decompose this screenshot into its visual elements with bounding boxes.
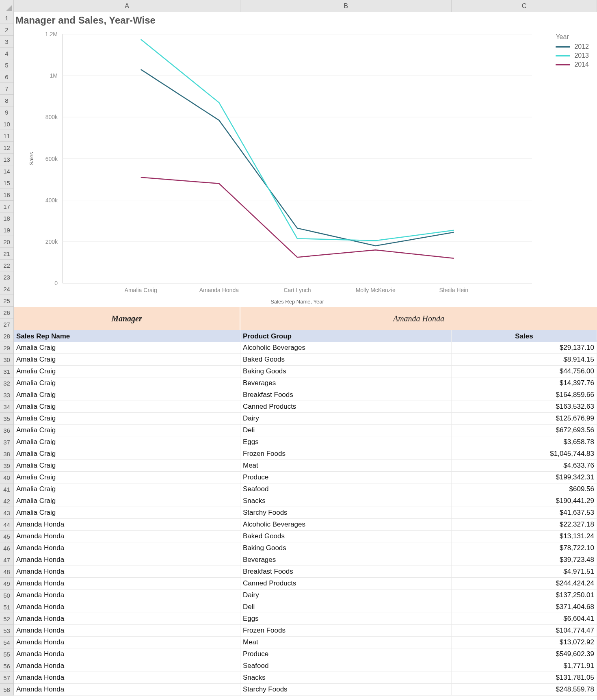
row-header-54[interactable]: 54 <box>0 637 13 648</box>
cell-rep-name[interactable]: Amalia Craig <box>14 507 240 518</box>
cell-product-group[interactable]: Eggs <box>240 613 452 624</box>
row-header-21[interactable]: 21 <box>0 248 13 260</box>
cell-sales[interactable]: $104,774.47 <box>452 625 597 636</box>
table-row[interactable]: Amanda HondaBeverages$39,723.48 <box>14 554 597 566</box>
cell-product-group[interactable]: Meat <box>240 637 452 648</box>
table-row[interactable]: Amalia CraigDeli$672,693.56 <box>14 425 597 436</box>
cell-sales[interactable]: $78,722.10 <box>452 542 597 554</box>
row-header-58[interactable]: 58 <box>0 684 13 696</box>
cell-product-group[interactable]: Baked Goods <box>240 531 452 542</box>
table-row[interactable]: Amalia CraigSeafood$609.56 <box>14 483 597 495</box>
cell-rep-name[interactable]: Amalia Craig <box>14 460 240 471</box>
row-header-29[interactable]: 29 <box>0 342 13 354</box>
cell-rep-name[interactable]: Amanda Honda <box>14 625 240 636</box>
table-row[interactable]: Amanda HondaAlcoholic Beverages$22,327.1… <box>14 519 597 531</box>
cell-product-group[interactable]: Starchy Foods <box>240 684 452 695</box>
cell-sales[interactable]: $3,658.78 <box>452 436 597 448</box>
cell-product-group[interactable]: Deli <box>240 425 452 436</box>
cell-rep-name[interactable]: Amalia Craig <box>14 377 240 389</box>
cell-product-group[interactable]: Snacks <box>240 495 452 507</box>
row-header-42[interactable]: 42 <box>0 495 13 507</box>
row-header-35[interactable]: 35 <box>0 413 13 425</box>
cell-rep-name[interactable]: Amanda Honda <box>14 542 240 554</box>
row-header-2[interactable]: 2 <box>0 24 13 36</box>
row-header-3[interactable]: 3 <box>0 36 13 48</box>
legend-item-2014[interactable]: 2014 <box>556 61 589 68</box>
row-header-41[interactable]: 41 <box>0 483 13 495</box>
table-header-sales[interactable]: Sales <box>452 330 597 342</box>
row-header-22[interactable]: 22 <box>0 260 13 271</box>
cell-rep-name[interactable]: Amanda Honda <box>14 531 240 542</box>
table-row[interactable]: Amalia CraigDairy$125,676.99 <box>14 413 597 425</box>
cell-rep-name[interactable]: Amalia Craig <box>14 483 240 495</box>
cell-rep-name[interactable]: Amanda Honda <box>14 672 240 683</box>
legend-item-2012[interactable]: 2012 <box>556 43 589 50</box>
row-header-53[interactable]: 53 <box>0 625 13 637</box>
cell-product-group[interactable]: Frozen Foods <box>240 448 452 459</box>
row-header-23[interactable]: 23 <box>0 271 13 283</box>
cell-product-group[interactable]: Canned Products <box>240 578 452 589</box>
cell-rep-name[interactable]: Amanda Honda <box>14 554 240 566</box>
table-row[interactable]: Amanda HondaDeli$371,404.68 <box>14 601 597 613</box>
row-header-16[interactable]: 16 <box>0 189 13 201</box>
manager-value-cell[interactable]: Amanda Honda <box>240 307 597 330</box>
cell-product-group[interactable]: Produce <box>240 472 452 483</box>
cell-rep-name[interactable]: Amalia Craig <box>14 354 240 365</box>
row-header-57[interactable]: 57 <box>0 672 13 684</box>
cell-product-group[interactable]: Breakfast Foods <box>240 566 452 577</box>
row-header-6[interactable]: 6 <box>0 71 13 83</box>
table-row[interactable]: Amalia CraigMeat$4,633.76 <box>14 460 597 472</box>
cell-sales[interactable]: $244,424.24 <box>452 578 597 589</box>
row-header-20[interactable]: 20 <box>0 236 13 248</box>
cell-sales[interactable]: $1,771.91 <box>452 660 597 672</box>
table-row[interactable]: Amalia CraigFrozen Foods$1,045,744.83 <box>14 448 597 460</box>
table-row[interactable]: Amalia CraigProduce$199,342.31 <box>14 472 597 483</box>
col-header-a[interactable]: A <box>14 0 240 12</box>
cell-sales[interactable]: $4,633.76 <box>452 460 597 471</box>
cell-product-group[interactable]: Beverages <box>240 554 452 566</box>
col-header-c[interactable]: C <box>452 0 597 12</box>
row-header-10[interactable]: 10 <box>0 118 13 130</box>
table-row[interactable]: Amalia CraigSnacks$190,441.29 <box>14 495 597 507</box>
row-header-31[interactable]: 31 <box>0 366 13 377</box>
row-header-47[interactable]: 47 <box>0 554 13 566</box>
table-row[interactable]: Amanda HondaBreakfast Foods$4,971.51 <box>14 566 597 578</box>
row-header-13[interactable]: 13 <box>0 154 13 165</box>
row-header-45[interactable]: 45 <box>0 531 13 542</box>
cell-product-group[interactable]: Produce <box>240 648 452 660</box>
row-header-25[interactable]: 25 <box>0 295 13 307</box>
cell-sales[interactable]: $248,559.78 <box>452 684 597 695</box>
table-row[interactable]: Amalia CraigAlcoholic Beverages$29,137.1… <box>14 342 597 354</box>
row-header-50[interactable]: 50 <box>0 589 13 601</box>
cell-rep-name[interactable]: Amanda Honda <box>14 601 240 613</box>
table-row[interactable]: Amanda HondaSeafood$1,771.91 <box>14 660 597 672</box>
table-row[interactable]: Amanda HondaSnacks$131,781.05 <box>14 672 597 684</box>
row-header-5[interactable]: 5 <box>0 59 13 71</box>
row-header-51[interactable]: 51 <box>0 601 13 613</box>
cell-sales[interactable]: $163,532.63 <box>452 401 597 412</box>
cell-rep-name[interactable]: Amalia Craig <box>14 495 240 507</box>
cell-rep-name[interactable]: Amalia Craig <box>14 436 240 448</box>
cell-rep-name[interactable]: Amalia Craig <box>14 401 240 412</box>
cell-sales[interactable]: $609.56 <box>452 483 597 495</box>
cell-sales[interactable]: $199,342.31 <box>452 472 597 483</box>
cell-sales[interactable]: $1,045,744.83 <box>452 448 597 459</box>
cell-rep-name[interactable]: Amalia Craig <box>14 342 240 353</box>
cell-sales[interactable]: $125,676.99 <box>452 413 597 424</box>
cell-rep-name[interactable]: Amalia Craig <box>14 389 240 401</box>
row-header-17[interactable]: 17 <box>0 201 13 212</box>
row-header-24[interactable]: 24 <box>0 283 13 295</box>
cell-product-group[interactable]: Baked Goods <box>240 354 452 365</box>
cell-product-group[interactable]: Alcoholic Beverages <box>240 342 452 353</box>
cell-product-group[interactable]: Deli <box>240 601 452 613</box>
row-header-18[interactable]: 18 <box>0 212 13 224</box>
table-row[interactable]: Amanda HondaStarchy Foods$248,559.78 <box>14 684 597 696</box>
cell-sales[interactable]: $371,404.68 <box>452 601 597 613</box>
row-header-9[interactable]: 9 <box>0 106 13 118</box>
cell-product-group[interactable]: Breakfast Foods <box>240 389 452 401</box>
cell-sales[interactable]: $137,250.01 <box>452 589 597 601</box>
row-header-28[interactable]: 28 <box>0 330 13 342</box>
cell-sales[interactable]: $4,971.51 <box>452 566 597 577</box>
cell-sales[interactable]: $14,397.76 <box>452 377 597 389</box>
cell-product-group[interactable]: Alcoholic Beverages <box>240 519 452 530</box>
